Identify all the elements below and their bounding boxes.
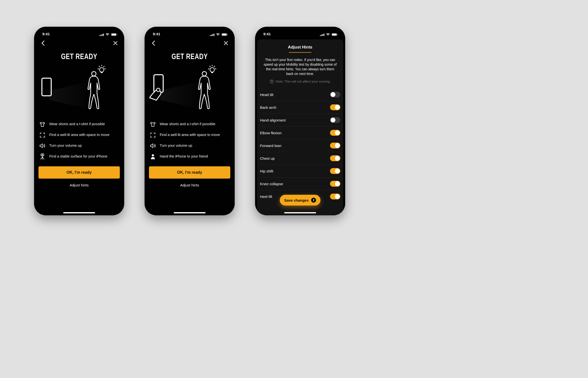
svg-rect-1 <box>101 35 101 36</box>
svg-point-47 <box>271 82 272 82</box>
status-time: 9:41 <box>42 32 50 36</box>
toggle-switch[interactable] <box>330 193 340 199</box>
svg-point-37 <box>202 71 207 76</box>
svg-rect-36 <box>211 72 213 73</box>
adjust-hints-button[interactable]: Adjust hints <box>39 183 120 187</box>
chevron-left-icon <box>41 40 45 46</box>
battery-icon <box>111 33 117 36</box>
body-outline-icon <box>199 71 210 109</box>
adjust-hints-button[interactable]: Adjust hints <box>149 183 230 187</box>
status-bar: 9:41 <box>260 27 340 37</box>
ok-ready-button[interactable]: OK, I'm ready <box>149 166 230 179</box>
toggle-switch[interactable] <box>330 92 340 97</box>
back-button[interactable] <box>150 40 157 47</box>
svg-rect-40 <box>321 35 322 36</box>
toggle-label: Head tilt <box>260 93 273 97</box>
svg-rect-3 <box>103 34 104 36</box>
svg-line-19 <box>42 157 44 159</box>
tripod-icon <box>40 154 45 160</box>
tip-label: Wear shorts and a t-shirt if possible <box>49 122 105 126</box>
status-bar: 9:41 <box>39 27 120 37</box>
toggle-switch[interactable] <box>330 155 340 161</box>
tip-label: Find a well-lit area with space to move <box>160 133 220 137</box>
toggle-switch[interactable] <box>330 143 340 148</box>
adjust-hints-label: Adjust hints <box>70 183 89 187</box>
help-icon <box>270 80 274 83</box>
setup-diagram <box>149 63 230 112</box>
toggle-switch[interactable] <box>330 130 340 136</box>
svg-rect-39 <box>320 35 321 36</box>
cellular-icon <box>99 33 104 36</box>
close-button[interactable] <box>112 40 119 47</box>
svg-point-14 <box>92 71 96 76</box>
page-title: GET READY <box>158 52 221 61</box>
tip-row: Wear shorts and a t-shirt if possible <box>150 121 229 127</box>
tip-row: Wear shorts and a t-shirt if possible <box>40 121 119 127</box>
tip-label: Turn your volume up <box>160 144 192 148</box>
toggle-switch[interactable] <box>330 104 340 110</box>
tshirt-icon <box>150 121 156 127</box>
toggle-row-chest-up: Chest up <box>260 152 340 165</box>
toggle-label: Hand alignment <box>260 118 286 122</box>
svg-rect-23 <box>213 34 213 36</box>
svg-point-35 <box>210 68 214 72</box>
svg-line-18 <box>41 157 42 159</box>
status-icons <box>320 33 338 36</box>
save-changes-button[interactable]: Save changes 2 <box>280 195 321 205</box>
battery-icon <box>221 33 228 36</box>
tip-row: Turn your volume up <box>150 143 229 149</box>
toggle-label: Chest up <box>260 156 275 161</box>
toggle-switch[interactable] <box>330 181 340 187</box>
save-changes-label: Save changes <box>284 198 309 202</box>
tips-list: Wear shorts and a t-shirt if possible Fi… <box>149 121 230 160</box>
tip-label: Wear shorts and a t-shirt if possible <box>160 122 215 126</box>
body-outline-icon <box>88 71 100 109</box>
toggle-row-elbow-flexion: Elbow flexion <box>260 127 340 139</box>
page-title: GET READY <box>48 52 111 61</box>
toggle-row-knee-collapse: Knee collapse <box>260 178 340 190</box>
tip-row: Find a stable surface for your iPhone <box>40 154 119 160</box>
phone-get-ready-friend: 9:41 GET READY <box>145 27 235 215</box>
svg-rect-5 <box>111 34 116 36</box>
sheet-title: Adjust Hints <box>288 45 312 52</box>
close-icon <box>113 41 118 45</box>
svg-rect-24 <box>214 34 214 36</box>
svg-point-38 <box>152 154 154 157</box>
back-button[interactable] <box>40 40 46 47</box>
volume-icon <box>150 143 156 149</box>
setup-diagram <box>39 63 120 112</box>
toggle-row-hip-shift: Hip shift <box>260 165 340 178</box>
volume-icon <box>40 143 45 149</box>
close-button[interactable] <box>222 40 229 47</box>
phone-adjust-hints: 9:41 Adjust Hints This isn't your first … <box>255 27 345 215</box>
ok-ready-button[interactable]: OK, I'm ready <box>39 166 120 179</box>
phone-hand-icon <box>150 75 163 100</box>
toggle-row-forward-lean: Forward lean <box>260 139 340 152</box>
toggle-switch[interactable] <box>330 168 340 174</box>
svg-line-8 <box>99 66 100 67</box>
home-indicator <box>63 212 95 213</box>
toggle-row-back-arch: Back arch <box>260 101 340 114</box>
svg-rect-6 <box>117 34 117 35</box>
cellular-icon <box>210 33 214 36</box>
home-indicator <box>174 212 206 213</box>
toggle-switch[interactable] <box>330 117 340 123</box>
svg-rect-0 <box>99 35 100 36</box>
top-nav <box>39 37 120 50</box>
toggle-label: Knee collapse <box>260 182 283 186</box>
tshirt-icon <box>40 121 45 127</box>
tips-list: Wear shorts and a t-shirt if possible Fi… <box>39 121 120 160</box>
wifi-icon <box>326 33 330 36</box>
phone-outline-icon <box>42 78 51 96</box>
svg-point-29 <box>157 88 160 92</box>
toggle-label: Hip shift <box>260 169 273 173</box>
svg-rect-42 <box>324 34 324 36</box>
svg-rect-44 <box>332 34 337 36</box>
toggle-row-head-tilt: Head tilt <box>260 88 340 101</box>
svg-rect-21 <box>210 35 211 36</box>
hints-note-label: Note: This will not affect your scoring. <box>276 80 331 83</box>
status-bar: 9:41 <box>149 27 230 37</box>
status-icons <box>210 33 228 36</box>
adjust-hints-label: Adjust hints <box>180 183 199 187</box>
toggle-row-hand-alignment: Hand alignment <box>260 114 340 127</box>
